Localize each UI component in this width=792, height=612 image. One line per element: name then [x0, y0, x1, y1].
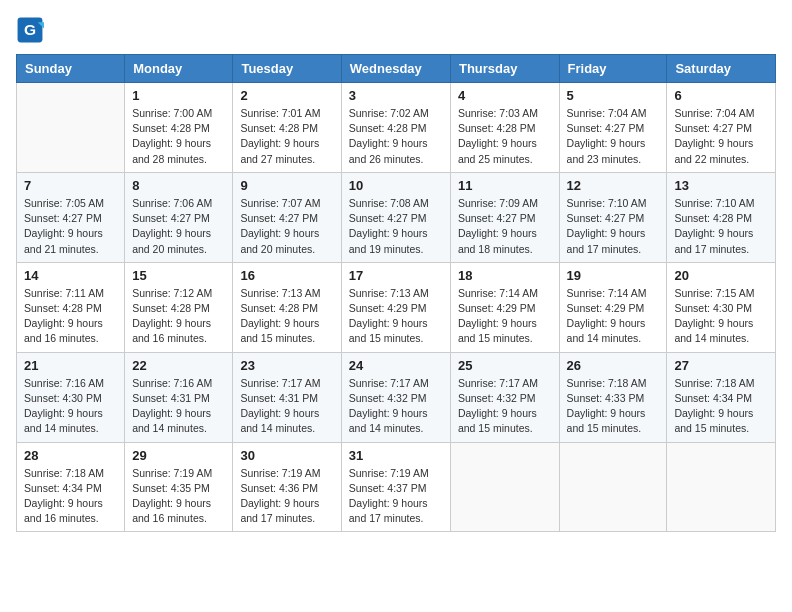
- day-info: Sunrise: 7:18 AM Sunset: 4:33 PM Dayligh…: [567, 376, 660, 437]
- col-header-tuesday: Tuesday: [233, 55, 341, 83]
- day-info: Sunrise: 7:18 AM Sunset: 4:34 PM Dayligh…: [24, 466, 117, 527]
- day-info: Sunrise: 7:10 AM Sunset: 4:27 PM Dayligh…: [567, 196, 660, 257]
- col-header-friday: Friday: [559, 55, 667, 83]
- calendar-cell: 27Sunrise: 7:18 AM Sunset: 4:34 PM Dayli…: [667, 352, 776, 442]
- calendar-cell: 25Sunrise: 7:17 AM Sunset: 4:32 PM Dayli…: [450, 352, 559, 442]
- day-number: 13: [674, 178, 768, 193]
- calendar-cell: 24Sunrise: 7:17 AM Sunset: 4:32 PM Dayli…: [341, 352, 450, 442]
- calendar-cell: 9Sunrise: 7:07 AM Sunset: 4:27 PM Daylig…: [233, 172, 341, 262]
- col-header-saturday: Saturday: [667, 55, 776, 83]
- day-number: 22: [132, 358, 225, 373]
- calendar-cell: 28Sunrise: 7:18 AM Sunset: 4:34 PM Dayli…: [17, 442, 125, 532]
- calendar-cell: 19Sunrise: 7:14 AM Sunset: 4:29 PM Dayli…: [559, 262, 667, 352]
- day-info: Sunrise: 7:14 AM Sunset: 4:29 PM Dayligh…: [458, 286, 552, 347]
- day-number: 8: [132, 178, 225, 193]
- page-header: G: [16, 16, 776, 44]
- day-info: Sunrise: 7:00 AM Sunset: 4:28 PM Dayligh…: [132, 106, 225, 167]
- calendar-table: SundayMondayTuesdayWednesdayThursdayFrid…: [16, 54, 776, 532]
- day-number: 23: [240, 358, 333, 373]
- day-info: Sunrise: 7:16 AM Sunset: 4:31 PM Dayligh…: [132, 376, 225, 437]
- day-number: 21: [24, 358, 117, 373]
- day-number: 2: [240, 88, 333, 103]
- calendar-cell: [559, 442, 667, 532]
- day-info: Sunrise: 7:19 AM Sunset: 4:35 PM Dayligh…: [132, 466, 225, 527]
- calendar-week-row: 1Sunrise: 7:00 AM Sunset: 4:28 PM Daylig…: [17, 83, 776, 173]
- col-header-wednesday: Wednesday: [341, 55, 450, 83]
- calendar-cell: 21Sunrise: 7:16 AM Sunset: 4:30 PM Dayli…: [17, 352, 125, 442]
- calendar-cell: 13Sunrise: 7:10 AM Sunset: 4:28 PM Dayli…: [667, 172, 776, 262]
- calendar-week-row: 7Sunrise: 7:05 AM Sunset: 4:27 PM Daylig…: [17, 172, 776, 262]
- day-info: Sunrise: 7:16 AM Sunset: 4:30 PM Dayligh…: [24, 376, 117, 437]
- day-info: Sunrise: 7:02 AM Sunset: 4:28 PM Dayligh…: [349, 106, 443, 167]
- calendar-cell: 1Sunrise: 7:00 AM Sunset: 4:28 PM Daylig…: [125, 83, 233, 173]
- calendar-cell: 30Sunrise: 7:19 AM Sunset: 4:36 PM Dayli…: [233, 442, 341, 532]
- calendar-cell: 10Sunrise: 7:08 AM Sunset: 4:27 PM Dayli…: [341, 172, 450, 262]
- day-number: 14: [24, 268, 117, 283]
- calendar-cell: 8Sunrise: 7:06 AM Sunset: 4:27 PM Daylig…: [125, 172, 233, 262]
- calendar-cell: 3Sunrise: 7:02 AM Sunset: 4:28 PM Daylig…: [341, 83, 450, 173]
- calendar-cell: 31Sunrise: 7:19 AM Sunset: 4:37 PM Dayli…: [341, 442, 450, 532]
- day-info: Sunrise: 7:17 AM Sunset: 4:32 PM Dayligh…: [349, 376, 443, 437]
- calendar-cell: 6Sunrise: 7:04 AM Sunset: 4:27 PM Daylig…: [667, 83, 776, 173]
- calendar-cell: 16Sunrise: 7:13 AM Sunset: 4:28 PM Dayli…: [233, 262, 341, 352]
- logo-icon: G: [16, 16, 44, 44]
- day-number: 19: [567, 268, 660, 283]
- day-number: 30: [240, 448, 333, 463]
- day-number: 5: [567, 88, 660, 103]
- calendar-header-row: SundayMondayTuesdayWednesdayThursdayFrid…: [17, 55, 776, 83]
- calendar-week-row: 21Sunrise: 7:16 AM Sunset: 4:30 PM Dayli…: [17, 352, 776, 442]
- day-info: Sunrise: 7:11 AM Sunset: 4:28 PM Dayligh…: [24, 286, 117, 347]
- day-number: 20: [674, 268, 768, 283]
- calendar-cell: [17, 83, 125, 173]
- day-info: Sunrise: 7:09 AM Sunset: 4:27 PM Dayligh…: [458, 196, 552, 257]
- day-number: 7: [24, 178, 117, 193]
- calendar-cell: 29Sunrise: 7:19 AM Sunset: 4:35 PM Dayli…: [125, 442, 233, 532]
- calendar-cell: 23Sunrise: 7:17 AM Sunset: 4:31 PM Dayli…: [233, 352, 341, 442]
- day-number: 16: [240, 268, 333, 283]
- day-number: 26: [567, 358, 660, 373]
- calendar-cell: 14Sunrise: 7:11 AM Sunset: 4:28 PM Dayli…: [17, 262, 125, 352]
- calendar-cell: 18Sunrise: 7:14 AM Sunset: 4:29 PM Dayli…: [450, 262, 559, 352]
- day-number: 17: [349, 268, 443, 283]
- day-info: Sunrise: 7:17 AM Sunset: 4:32 PM Dayligh…: [458, 376, 552, 437]
- day-info: Sunrise: 7:01 AM Sunset: 4:28 PM Dayligh…: [240, 106, 333, 167]
- day-info: Sunrise: 7:18 AM Sunset: 4:34 PM Dayligh…: [674, 376, 768, 437]
- day-info: Sunrise: 7:08 AM Sunset: 4:27 PM Dayligh…: [349, 196, 443, 257]
- day-info: Sunrise: 7:07 AM Sunset: 4:27 PM Dayligh…: [240, 196, 333, 257]
- day-number: 10: [349, 178, 443, 193]
- day-number: 1: [132, 88, 225, 103]
- calendar-week-row: 28Sunrise: 7:18 AM Sunset: 4:34 PM Dayli…: [17, 442, 776, 532]
- day-number: 28: [24, 448, 117, 463]
- day-info: Sunrise: 7:04 AM Sunset: 4:27 PM Dayligh…: [567, 106, 660, 167]
- calendar-cell: 17Sunrise: 7:13 AM Sunset: 4:29 PM Dayli…: [341, 262, 450, 352]
- day-number: 25: [458, 358, 552, 373]
- day-number: 24: [349, 358, 443, 373]
- svg-text:G: G: [24, 21, 36, 38]
- calendar-cell: [667, 442, 776, 532]
- day-number: 31: [349, 448, 443, 463]
- day-number: 9: [240, 178, 333, 193]
- col-header-monday: Monday: [125, 55, 233, 83]
- day-info: Sunrise: 7:04 AM Sunset: 4:27 PM Dayligh…: [674, 106, 768, 167]
- calendar-cell: [450, 442, 559, 532]
- day-number: 3: [349, 88, 443, 103]
- day-number: 29: [132, 448, 225, 463]
- day-number: 6: [674, 88, 768, 103]
- day-info: Sunrise: 7:19 AM Sunset: 4:36 PM Dayligh…: [240, 466, 333, 527]
- calendar-cell: 4Sunrise: 7:03 AM Sunset: 4:28 PM Daylig…: [450, 83, 559, 173]
- col-header-thursday: Thursday: [450, 55, 559, 83]
- day-number: 15: [132, 268, 225, 283]
- calendar-cell: 12Sunrise: 7:10 AM Sunset: 4:27 PM Dayli…: [559, 172, 667, 262]
- day-number: 4: [458, 88, 552, 103]
- day-number: 12: [567, 178, 660, 193]
- day-info: Sunrise: 7:17 AM Sunset: 4:31 PM Dayligh…: [240, 376, 333, 437]
- calendar-cell: 7Sunrise: 7:05 AM Sunset: 4:27 PM Daylig…: [17, 172, 125, 262]
- calendar-cell: 22Sunrise: 7:16 AM Sunset: 4:31 PM Dayli…: [125, 352, 233, 442]
- calendar-cell: 11Sunrise: 7:09 AM Sunset: 4:27 PM Dayli…: [450, 172, 559, 262]
- day-info: Sunrise: 7:14 AM Sunset: 4:29 PM Dayligh…: [567, 286, 660, 347]
- day-number: 27: [674, 358, 768, 373]
- day-info: Sunrise: 7:06 AM Sunset: 4:27 PM Dayligh…: [132, 196, 225, 257]
- calendar-week-row: 14Sunrise: 7:11 AM Sunset: 4:28 PM Dayli…: [17, 262, 776, 352]
- day-info: Sunrise: 7:03 AM Sunset: 4:28 PM Dayligh…: [458, 106, 552, 167]
- day-number: 11: [458, 178, 552, 193]
